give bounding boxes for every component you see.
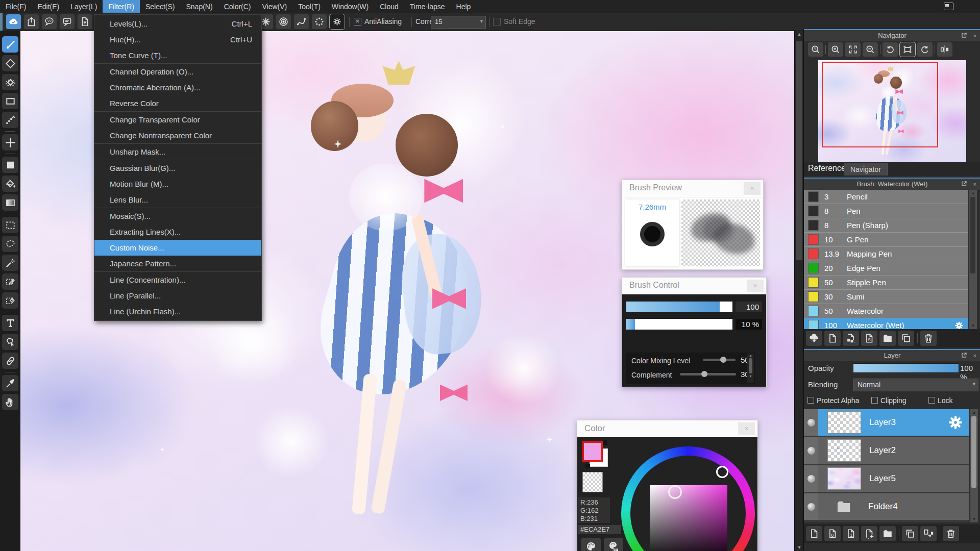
palette-bar-button[interactable] <box>604 538 623 551</box>
menu-file[interactable]: File(F) <box>0 0 32 13</box>
brush-control-title-bar[interactable]: Brush Control × <box>622 278 766 295</box>
scroll-down-icon[interactable]: ▼ <box>747 374 754 378</box>
scrollbar-thumb[interactable] <box>971 416 976 488</box>
blending-dropdown[interactable]: Normal ▾ <box>853 379 978 391</box>
brush-row[interactable]: 50Stipple Pen <box>804 276 968 290</box>
menu-window[interactable]: Window(W) <box>326 0 374 13</box>
document-icon[interactable] <box>78 14 92 29</box>
layer-list-scrollbar[interactable]: ▲ ▼ <box>970 409 978 522</box>
duplicate-layer-icon[interactable] <box>902 526 918 541</box>
snap-dotring-icon[interactable] <box>312 14 327 29</box>
palette-button[interactable] <box>581 538 601 551</box>
scroll-down-icon[interactable]: ▼ <box>969 323 977 328</box>
menu-timelapse[interactable]: Time-lapse <box>404 0 451 13</box>
menu-item-levels[interactable]: Levels(L)...Ctrl+L <box>94 16 261 32</box>
brush-opacity-slider[interactable] <box>626 319 732 330</box>
layer-visibility-toggle[interactable] <box>804 409 818 436</box>
tool-select-rect[interactable] <box>2 217 18 233</box>
scrollbar-thumb[interactable] <box>796 41 802 260</box>
saturation-value-square[interactable] <box>650 485 727 551</box>
brush-cloud-download-icon[interactable] <box>806 331 822 346</box>
menu-item-chromatic-aberration[interactable]: Chromatic Aberration (A)... <box>94 80 261 95</box>
brush-script-icon[interactable] <box>861 331 877 346</box>
menu-item-line-parallel[interactable]: Line (Parallel... <box>94 288 261 304</box>
menu-help[interactable]: Help <box>451 0 477 13</box>
close-icon[interactable]: × <box>973 181 976 188</box>
layer-row[interactable]: Layer5 <box>804 465 969 492</box>
brush-duplicate-icon[interactable] <box>898 331 914 346</box>
transfer-layer-icon[interactable] <box>920 526 937 541</box>
tool-eraser[interactable] <box>2 55 18 71</box>
layer-visibility-toggle[interactable] <box>804 493 818 520</box>
menu-select[interactable]: Select(S) <box>140 0 181 13</box>
reset-view-icon[interactable] <box>900 42 915 57</box>
scroll-up-icon[interactable]: ▲ <box>747 354 754 357</box>
menu-tool[interactable]: Tool(T) <box>292 0 326 13</box>
brush-size-slider[interactable] <box>626 302 732 312</box>
sv-selector[interactable] <box>668 485 682 499</box>
menu-item-custom-noise[interactable]: Custom Noise... <box>94 240 261 256</box>
tool-select-eraser[interactable] <box>2 292 18 309</box>
tool-hand[interactable] <box>2 394 18 410</box>
rotate-cw-icon[interactable] <box>917 42 933 57</box>
new-folder-icon[interactable] <box>879 526 896 541</box>
hex-value-field[interactable]: #ECA2E7 <box>578 525 621 534</box>
menu-item-extracting-lines[interactable]: Extracting Lines(X)... <box>94 224 261 240</box>
menu-item-line-urchin-flash[interactable]: Line (Urchin Flash)... <box>94 304 261 319</box>
canvas-vertical-scrollbar[interactable]: ▲ ▼ <box>794 31 804 551</box>
tool-lasso[interactable] <box>2 236 18 252</box>
clipping-checkbox[interactable] <box>871 397 878 404</box>
tool-bucket[interactable] <box>2 176 18 192</box>
flip-horizontal-icon[interactable] <box>937 42 952 57</box>
param-slider[interactable] <box>680 373 736 375</box>
close-icon[interactable]: × <box>973 352 976 359</box>
new-layer-icon[interactable] <box>806 526 822 541</box>
scrollbar-thumb[interactable] <box>970 197 975 273</box>
tool-select-pen[interactable] <box>2 273 18 290</box>
brush-row[interactable]: 8Pen (Sharp) <box>804 218 968 233</box>
popout-icon[interactable] <box>961 32 967 38</box>
menu-edit[interactable]: Edit(E) <box>32 0 65 13</box>
popout-icon[interactable] <box>961 352 967 358</box>
menu-item-reverse-color[interactable]: Reverse Color <box>94 95 261 111</box>
menu-item-japanese-pattern[interactable]: Japanese Pattern... <box>94 256 261 271</box>
new-8bit-layer-icon[interactable] <box>824 526 841 541</box>
brush-preview-title-bar[interactable]: Brush Preview × <box>622 180 763 197</box>
brush-row[interactable]: 20Edge Pen <box>804 261 968 276</box>
layer-row[interactable]: Folder4 <box>804 493 969 520</box>
menu-item-tone-curve[interactable]: Tone Curve (T)... <box>94 47 261 63</box>
brush-row[interactable]: 8Pen <box>804 204 968 218</box>
brush-settings-gear-icon[interactable] <box>954 320 964 329</box>
tool-text[interactable] <box>2 315 18 331</box>
layer-visibility-toggle[interactable] <box>804 437 818 464</box>
brush-row-selected[interactable]: 100Watercolor (Wet) <box>804 318 968 329</box>
brush-new-icon[interactable] <box>824 331 841 346</box>
foreground-color-swatch[interactable] <box>582 441 603 462</box>
snap-curve-icon[interactable] <box>294 14 309 29</box>
tool-rectangle[interactable] <box>2 93 18 109</box>
navigator-thumbnail[interactable] <box>818 60 966 162</box>
menu-filter[interactable]: Filter(R) <box>103 0 140 13</box>
scroll-down-icon[interactable]: ▼ <box>970 517 978 521</box>
tool-soft-eraser[interactable] <box>2 74 18 90</box>
tool-gradient[interactable] <box>2 194 18 211</box>
brush-add-menu-icon[interactable] <box>843 331 859 346</box>
menu-item-motion-blur[interactable]: Motion Blur (M)... <box>94 176 261 192</box>
zoom-out-icon[interactable] <box>863 42 878 57</box>
scrollbar-thumb[interactable] <box>749 358 752 373</box>
tool-eyedropper[interactable] <box>2 375 18 391</box>
menu-item-hue[interactable]: Hue(H)...Ctrl+U <box>94 32 261 47</box>
transparent-color-button[interactable] <box>582 472 603 492</box>
menu-cloud[interactable]: Cloud <box>374 0 404 13</box>
tool-divide[interactable] <box>2 353 18 369</box>
close-icon[interactable]: × <box>973 32 976 39</box>
layer-settings-gear-icon[interactable] <box>947 414 964 431</box>
brush-row[interactable]: 3Pencil <box>804 190 968 204</box>
snap-concentric-icon[interactable] <box>276 14 291 29</box>
lock-checkbox[interactable] <box>928 397 935 404</box>
soft-edge-checkbox[interactable] <box>493 18 501 26</box>
layer-visibility-toggle[interactable] <box>804 465 818 492</box>
menu-item-unsharp-mask[interactable]: Unsharp Mask... <box>94 144 261 160</box>
scroll-up-icon[interactable]: ▲ <box>969 191 977 195</box>
navigator-view-frame[interactable] <box>822 62 938 147</box>
